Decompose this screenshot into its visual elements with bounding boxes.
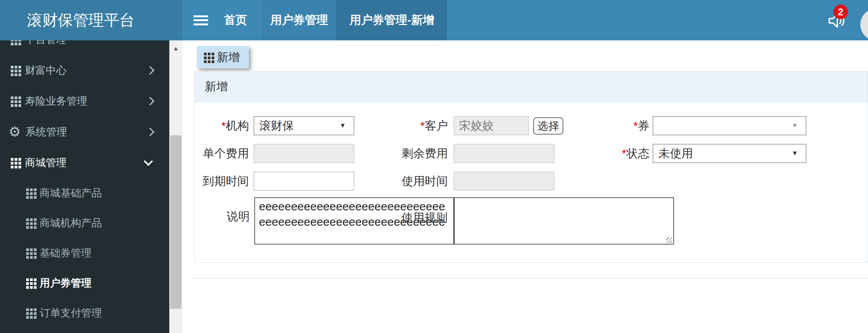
textarea-resize-handle[interactable] [666, 237, 672, 243]
unit-fee-input[interactable] [254, 144, 354, 163]
grid-icon [26, 278, 29, 281]
content-divider [194, 278, 868, 279]
app-title: 滚财保管理平台 [27, 12, 135, 28]
status-select[interactable]: 未使用 ▼ [653, 144, 806, 163]
top-navbar: 首页 用户券管理 用户券管理-新增 [182, 0, 868, 40]
panel-title: 新增 [205, 79, 228, 95]
dropdown-arrow-icon: ▼ [339, 117, 346, 135]
chevron-right-icon [146, 97, 155, 106]
description-label: 说明 [192, 209, 250, 224]
app-window: 滚财保管理平台 首页 用户券管理 用户券管理-新增 2 平台管理 财富中心 [0, 0, 868, 333]
panel-header: 新增 [195, 72, 868, 102]
sidebar-item-mall-mgmt[interactable]: 商城管理 [0, 147, 169, 178]
grid-icon [11, 158, 13, 161]
grid-icon [11, 97, 13, 99]
use-time-input[interactable] [454, 171, 554, 191]
customer-label: *客户 [369, 118, 448, 133]
customer-input[interactable] [454, 116, 529, 135]
sidebar-subitem-mall-basic-products[interactable]: 商城基础产品 [0, 178, 169, 208]
sidebar-item-system-mgmt[interactable]: ⚙ 系统管理 [0, 117, 169, 147]
sidebar-subitem-order-payment-mgmt[interactable]: 订单支付管理 [0, 298, 169, 328]
coupon-select[interactable]: ▼ [653, 116, 806, 135]
app-logo: 滚财保管理平台 [0, 0, 182, 40]
chevron-right-icon [146, 128, 155, 137]
unit-fee-label: 单个费用 [192, 146, 249, 161]
customer-select-button[interactable]: 选择 [533, 117, 563, 135]
remain-fee-input[interactable] [454, 144, 554, 163]
scrollbar-thumb[interactable] [170, 135, 182, 309]
gear-icon: ⚙ [8, 125, 21, 139]
sidebar-item-platform-mgmt[interactable]: 平台管理 [0, 40, 169, 55]
sidebar-scrollbar[interactable]: ▲ [169, 40, 182, 333]
sidebar-item-life-insurance-mgmt[interactable]: 寿险业务管理 [0, 86, 169, 117]
hamburger-menu-icon[interactable] [194, 15, 208, 25]
tab-user-coupon-mgmt-add[interactable]: 用户券管理-新增 [336, 0, 447, 40]
tab-home[interactable]: 首页 [209, 0, 262, 40]
coupon-label: *券 [577, 118, 649, 133]
sidebar-subitem-mall-org-products[interactable]: 商城机构产品 [0, 208, 169, 238]
grid-icon [26, 248, 29, 251]
chevron-right-icon [146, 66, 155, 75]
dropdown-arrow-icon: ▼ [791, 145, 798, 162]
sidebar-menu: 平台管理 财富中心 寿险业务管理 ⚙ 系统管理 商城管理 商城基础产品 [0, 40, 169, 333]
scrollbar-up-arrow-icon[interactable]: ▲ [169, 45, 182, 52]
usage-rule-label: 使用规则 [369, 210, 447, 225]
expire-time-label: 到期时间 [192, 173, 249, 189]
grid-icon [11, 66, 13, 68]
org-select[interactable]: 滚财保 ▼ [254, 116, 354, 135]
usage-rule-textarea[interactable] [454, 197, 674, 245]
grid-icon [204, 53, 207, 55]
add-action-chip[interactable]: 新增 [197, 46, 249, 68]
grid-icon [26, 188, 29, 191]
tab-user-coupon-mgmt[interactable]: 用户券管理 [262, 0, 336, 40]
remain-fee-label: 剩余费用 [369, 146, 448, 161]
grid-icon [26, 218, 29, 221]
sidebar-subitem-basic-coupon-mgmt[interactable]: 基础券管理 [0, 238, 169, 268]
chevron-down-icon [144, 157, 153, 166]
sidebar-subitem-user-coupon-mgmt[interactable]: 用户券管理 [0, 268, 169, 298]
status-label: *状态 [577, 146, 649, 161]
notification-badge[interactable]: 2 [833, 5, 848, 19]
use-time-label: 使用时间 [369, 173, 448, 189]
expire-time-input[interactable] [254, 171, 354, 191]
grid-icon [26, 308, 29, 311]
nav-tabs: 首页 用户券管理 用户券管理-新增 [209, 0, 447, 40]
org-label: *机构 [192, 118, 249, 133]
main-content: 新增 新增 *机构 滚财保 ▼ *客户 选择 *券 ▼ 单个费用 [182, 40, 868, 333]
dropdown-arrow-icon: ▼ [791, 117, 798, 135]
sidebar-item-wealth-center[interactable]: 财富中心 [0, 55, 169, 86]
